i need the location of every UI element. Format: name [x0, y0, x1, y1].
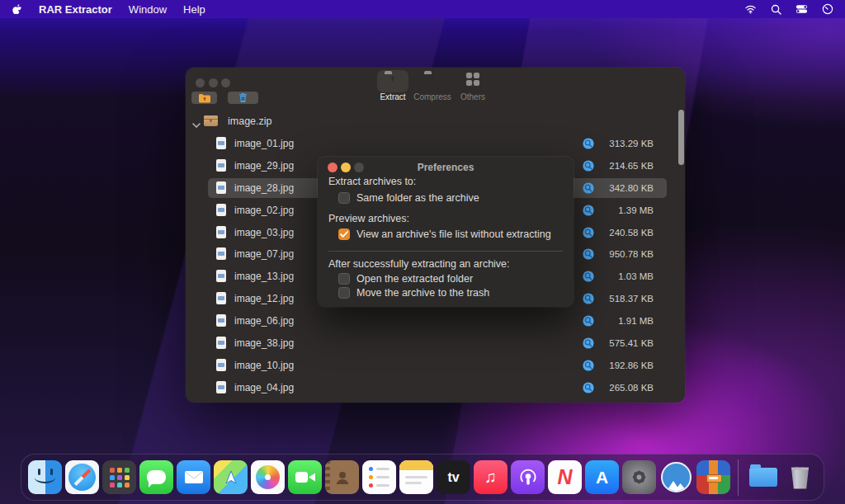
quicklook-icon[interactable]: [583, 337, 594, 351]
tab-extract-label[interactable]: Extract: [377, 92, 408, 101]
tab-others-label[interactable]: Others: [458, 92, 488, 101]
table-row[interactable]: image_01.jpg 313.29 KB: [208, 134, 667, 153]
file-name: image_10.jpg: [234, 360, 294, 371]
dock-app-store[interactable]: A: [585, 460, 619, 494]
apple-logo-icon[interactable]: [12, 3, 22, 16]
file-name: image_01.jpg: [234, 138, 294, 149]
dock-separator: [738, 459, 739, 496]
dock-safari[interactable]: [65, 460, 99, 494]
close-button[interactable]: [196, 78, 205, 87]
quicklook-icon[interactable]: [583, 138, 594, 152]
view-list-option[interactable]: View an archive's file list without extr…: [338, 228, 551, 241]
table-row[interactable]: image_04.jpg 265.08 KB: [208, 378, 667, 398]
dock-messages[interactable]: [139, 460, 173, 494]
dock-news[interactable]: N: [548, 460, 582, 494]
dock-reminders[interactable]: [362, 460, 396, 494]
check-icon: [340, 231, 348, 238]
menu-bar: RAR Extractor Window Help: [0, 0, 845, 18]
envelope-icon: [184, 470, 204, 484]
dock-podcasts[interactable]: [511, 460, 545, 494]
move-trash-option[interactable]: Move the archive to the trash: [338, 286, 489, 299]
dock-tv[interactable]: tv: [437, 460, 470, 494]
scrollbar-thumb[interactable]: [678, 110, 684, 165]
checkbox-checked[interactable]: [338, 228, 350, 240]
extract-to-folder-button[interactable]: [191, 92, 217, 104]
file-size: 1.91 MB: [618, 316, 654, 326]
table-row[interactable]: image_06.jpg 1.91 MB: [208, 311, 667, 331]
table-row[interactable]: image_38.jpg 575.41 KB: [208, 333, 667, 353]
same-folder-option[interactable]: Same folder as the archive: [338, 191, 479, 205]
wifi-icon[interactable]: [744, 4, 757, 14]
quicklook-icon[interactable]: [583, 293, 594, 307]
jpeg-file-icon: [216, 204, 226, 216]
dock-system-preferences[interactable]: [622, 460, 656, 494]
dock-photos[interactable]: [251, 460, 285, 494]
navigation-arrow-icon: [223, 469, 239, 486]
checkbox-unchecked[interactable]: [338, 273, 350, 285]
person-icon: [334, 469, 351, 486]
menubar-app-name[interactable]: RAR Extractor: [39, 3, 112, 16]
menu-item-window[interactable]: Window: [129, 3, 167, 16]
dock-downloads-folder[interactable]: [746, 460, 780, 494]
dock-notes[interactable]: [399, 460, 433, 494]
dock: tv ♫ N A: [21, 454, 824, 501]
file-size: 240.58 KB: [609, 228, 654, 238]
dock-facetime[interactable]: [288, 460, 322, 494]
menu-item-help[interactable]: Help: [183, 3, 205, 16]
file-size: 950.78 KB: [609, 249, 654, 259]
file-size: 342.80 KB: [609, 183, 654, 193]
file-name: image_04.jpg: [234, 382, 294, 393]
archive-row[interactable]: image.zip: [186, 111, 685, 131]
dock-trash[interactable]: [783, 460, 817, 494]
jpeg-file-icon: [216, 337, 226, 349]
spotlight-search-icon[interactable]: [771, 4, 781, 15]
dialog-title: Preferences: [318, 162, 574, 173]
file-name: image_38.jpg: [234, 337, 294, 349]
quicklook-icon[interactable]: [583, 160, 594, 174]
after-section-label: After successfully extracting an archive…: [328, 258, 510, 270]
dock-launchpad[interactable]: [102, 460, 136, 494]
dock-rar-extractor[interactable]: [696, 460, 730, 494]
file-name: image_02.jpg: [234, 205, 294, 216]
quicklook-icon[interactable]: [583, 248, 594, 262]
preferences-dialog: Preferences Extract archives to: Same fo…: [318, 157, 574, 307]
jpeg-file-icon: [216, 381, 226, 393]
control-center-icon[interactable]: [795, 4, 808, 14]
file-name: image_12.jpg: [234, 293, 294, 304]
jpeg-file-icon: [216, 270, 226, 282]
checkbox-unchecked[interactable]: [338, 192, 350, 204]
file-size: 1.03 MB: [618, 271, 654, 281]
chevron-down-icon[interactable]: [192, 119, 201, 130]
zoom-button[interactable]: [221, 78, 230, 87]
table-row[interactable]: image_10.jpg 192.86 KB: [208, 356, 667, 375]
zip-archive-icon: [204, 115, 218, 126]
dock-archiver[interactable]: [659, 460, 693, 494]
dialog-divider: [328, 251, 563, 252]
trash-icon: [791, 466, 810, 489]
tab-others[interactable]: [465, 72, 480, 90]
open-folder-option[interactable]: Open the extracted folder: [338, 272, 473, 285]
tab-compress-label[interactable]: Compress: [413, 92, 451, 101]
delete-archive-button[interactable]: [228, 92, 258, 104]
quicklook-icon[interactable]: [583, 182, 594, 196]
trash-icon: [238, 92, 248, 103]
quicklook-icon[interactable]: [583, 360, 594, 374]
minimize-button[interactable]: [209, 78, 218, 87]
speech-bubble-icon: [147, 470, 166, 484]
dock-finder[interactable]: [28, 460, 62, 494]
archive-name: image.zip: [228, 115, 272, 127]
dock-contacts[interactable]: [325, 460, 359, 494]
quicklook-icon[interactable]: [583, 205, 594, 219]
dock-music[interactable]: ♫: [474, 460, 507, 494]
file-size: 518.37 KB: [609, 294, 654, 304]
quicklook-icon[interactable]: [583, 382, 594, 396]
quicklook-icon[interactable]: [583, 315, 594, 329]
dock-mail[interactable]: [177, 460, 210, 494]
quicklook-icon[interactable]: [583, 227, 594, 241]
compass-icon: [68, 464, 96, 491]
clock-icon[interactable]: [822, 3, 833, 15]
checkbox-unchecked[interactable]: [338, 287, 350, 299]
jpeg-file-icon: [216, 226, 226, 238]
dock-maps[interactable]: [214, 460, 248, 494]
quicklook-icon[interactable]: [583, 271, 594, 285]
